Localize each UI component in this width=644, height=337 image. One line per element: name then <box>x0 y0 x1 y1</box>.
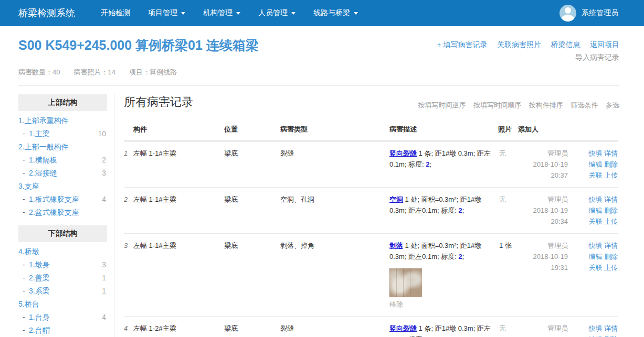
nav-item-org-management[interactable]: 机构管理 <box>194 8 249 18</box>
sidebar-item-pier[interactable]: 4.桥墩 <box>18 245 107 258</box>
filter-conditions-link[interactable]: 筛选条件 <box>571 101 598 109</box>
table-row: 3 左幅 1-1#主梁 梁底 剥落、掉角 剥落 1 处; 面积=0.3m²; 距… <box>124 234 618 317</box>
sort-time-asc-link[interactable]: 按填写时间顺序 <box>473 101 521 109</box>
associate-link[interactable]: 关联 <box>588 171 602 179</box>
added-by-name: 管理员 <box>518 240 568 251</box>
sidebar-item-abutment[interactable]: 5.桥台 <box>18 298 107 311</box>
row-index: 2 <box>124 194 133 227</box>
user-menu[interactable]: 系统管理员 <box>559 5 618 21</box>
table-row: 2 左幅 1-1#主梁 梁底 空洞、孔洞 空洞 1 处; 面积=0.3m²; 距… <box>124 188 618 234</box>
sort-time-desc-link[interactable]: 按填写时间逆序 <box>418 101 466 109</box>
row-index: 1 <box>124 148 133 181</box>
link-defect-photos-link[interactable]: 关联病害照片 <box>497 40 541 49</box>
bridge-info-link[interactable]: 桥梁信息 <box>551 40 580 49</box>
sidebar-item-tie-beam[interactable]: -3.系梁1 <box>18 285 107 298</box>
added-by-cell: 管理员 2018-10-19 20:34 <box>518 194 568 227</box>
page-title: S00 K549+245.000 算例桥梁01 连续箱梁 <box>18 37 259 62</box>
details-link[interactable]: 详情 <box>604 195 618 203</box>
defect-name-link[interactable]: 竖向裂缝 <box>389 324 417 332</box>
add-defect-record-link[interactable]: + 填写病害记录 <box>437 40 488 49</box>
added-by-cell: 管理员 2018-10-19 20:38 <box>518 323 568 337</box>
nav-item-routes-bridges[interactable]: 线路与桥梁 <box>304 8 367 18</box>
app-brand[interactable]: 桥梁检测系统 <box>18 7 75 19</box>
description-cell: 竖向裂缝 1 条; 距1#墩 0.3m; 距左0.1m; 标度: 2; <box>389 323 492 337</box>
description-tail: ; <box>430 160 432 168</box>
scale-value-link[interactable]: 2 <box>458 206 462 214</box>
row-actions: 快填 详情 编辑 删除 关联 上传 <box>568 240 618 310</box>
associate-link[interactable]: 关联 <box>588 218 602 225</box>
defect-type-cell: 剥落、掉角 <box>280 240 389 310</box>
scale-value-link[interactable]: 2 <box>426 160 429 168</box>
defect-table: 构件 位置 病害类型 病害描述 照片 添加人 1 左幅 1-1#主梁 梁底 裂缝… <box>124 125 618 337</box>
photo-cell: 无 <box>492 323 518 337</box>
component-tree-sidebar: 上部结构 1.上部承重构件 -1.主梁10 2.上部一般构件 -1.横隔板2 -… <box>18 94 114 337</box>
associate-link[interactable]: 关联 <box>588 264 602 271</box>
photo-cell: 无 <box>492 194 518 227</box>
description-line: 剥落 1 处; 面积=0.3m²; 距1#墩0.3m; 距左0.1m; 标度: … <box>389 240 492 262</box>
nav-item-personnel-management[interactable]: 人员管理 <box>249 8 304 18</box>
nav-item-project-management[interactable]: 项目管理 <box>139 8 194 18</box>
quick-fill-link[interactable]: 快填 <box>588 149 602 157</box>
dash: - <box>23 258 29 271</box>
defect-name-link[interactable]: 竖向裂缝 <box>389 149 417 157</box>
quick-fill-link[interactable]: 快填 <box>588 195 602 203</box>
nav-item-start-inspection[interactable]: 开始检测 <box>92 8 139 18</box>
sidebar-item-load-bearing[interactable]: 1.上部承重构件 <box>18 114 107 127</box>
component-cell: 左幅 1-2#主梁 <box>133 323 224 337</box>
description-column-header: 病害描述 <box>389 125 492 134</box>
defect-photo-thumbnail[interactable] <box>389 268 422 297</box>
defect-name-link[interactable]: 剥落 <box>389 242 403 249</box>
sidebar-item-label: 1.墩身 <box>29 258 50 271</box>
remove-photo-link[interactable]: 移除 <box>389 299 492 310</box>
sidebar-item-abutment-cap[interactable]: -2.台帽 <box>18 324 107 337</box>
upload-link[interactable]: 上传 <box>604 171 618 179</box>
details-link[interactable]: 详情 <box>604 324 618 332</box>
nav-item-label: 项目管理 <box>148 8 177 18</box>
sidebar-item-pot-rubber-bearing[interactable]: -2.盆式橡胶支座 <box>18 206 107 219</box>
top-navbar: 桥梁检测系统 开始检测 项目管理 机构管理 人员管理 线路与桥梁 系统管理员 <box>0 0 644 26</box>
sidebar-item-abutment-body[interactable]: -1.台身4 <box>18 311 107 324</box>
row-index: 3 <box>124 240 133 310</box>
chevron-down-icon <box>354 12 358 15</box>
quick-fill-link[interactable]: 快填 <box>588 324 602 332</box>
delete-link[interactable]: 删除 <box>604 206 618 214</box>
details-link[interactable]: 详情 <box>604 149 618 157</box>
user-name: 系统管理员 <box>582 8 618 18</box>
delete-link[interactable]: 删除 <box>604 160 618 168</box>
import-defect-records-link[interactable]: 导入病害记录 <box>575 53 619 61</box>
edit-link[interactable]: 编辑 <box>588 253 602 260</box>
chevron-down-icon <box>181 12 185 15</box>
edit-link[interactable]: 编辑 <box>588 206 602 214</box>
count-badge: 3 <box>102 258 107 271</box>
sidebar-item-main-girder[interactable]: -1.主梁10 <box>18 127 107 140</box>
sidebar-item-general-upper[interactable]: 2.上部一般构件 <box>18 140 107 154</box>
quick-fill-link[interactable]: 快填 <box>588 242 602 249</box>
sidebar-item-pier-body[interactable]: -1.墩身3 <box>18 258 107 271</box>
dash: - <box>23 193 29 206</box>
table-header-row: 构件 位置 病害类型 病害描述 照片 添加人 <box>124 125 618 142</box>
sidebar-item-diaphragm[interactable]: -1.横隔板2 <box>18 154 107 167</box>
edit-link[interactable]: 编辑 <box>588 160 602 168</box>
sort-by-component-link[interactable]: 按构件排序 <box>529 101 563 109</box>
upload-link[interactable]: 上传 <box>604 218 618 225</box>
sidebar-item-plate-rubber-bearing[interactable]: -1.板式橡胶支座4 <box>18 193 107 206</box>
scale-value-link[interactable]: 2 <box>458 253 462 260</box>
sidebar-item-wet-joint[interactable]: -2.湿接缝3 <box>18 167 107 180</box>
upload-link[interactable]: 上传 <box>604 264 618 271</box>
multi-select-link[interactable]: 多选 <box>606 101 619 109</box>
details-link[interactable]: 详情 <box>604 242 618 249</box>
dash: - <box>23 127 29 140</box>
sort-filter-links: 按填写时间逆序 按填写时间顺序 按构件排序 筛选条件 多选 <box>413 101 620 110</box>
defect-name-link[interactable]: 空洞 <box>389 195 403 203</box>
user-icon <box>559 5 576 21</box>
project-stat[interactable]: 项目：算例线路 <box>129 68 177 77</box>
defect-records-main: 所有病害记录 按填写时间逆序 按填写时间顺序 按构件排序 筛选条件 多选 构件 … <box>114 94 619 337</box>
sidebar-item-cap-beam[interactable]: -2.盖梁1 <box>18 271 107 285</box>
back-to-project-link[interactable]: 返回项目 <box>590 40 619 49</box>
sidebar-item-bearings[interactable]: 3.支座 <box>18 180 107 193</box>
dash: - <box>23 311 29 324</box>
page-actions: + 填写病害记录 关联病害照片 桥梁信息 返回项目 导入病害记录 <box>430 37 619 62</box>
records-header: 所有病害记录 按填写时间逆序 按填写时间顺序 按构件排序 筛选条件 多选 <box>124 94 619 110</box>
delete-link[interactable]: 删除 <box>604 253 618 260</box>
sidebar-item-label: 1.主梁 <box>29 127 50 140</box>
